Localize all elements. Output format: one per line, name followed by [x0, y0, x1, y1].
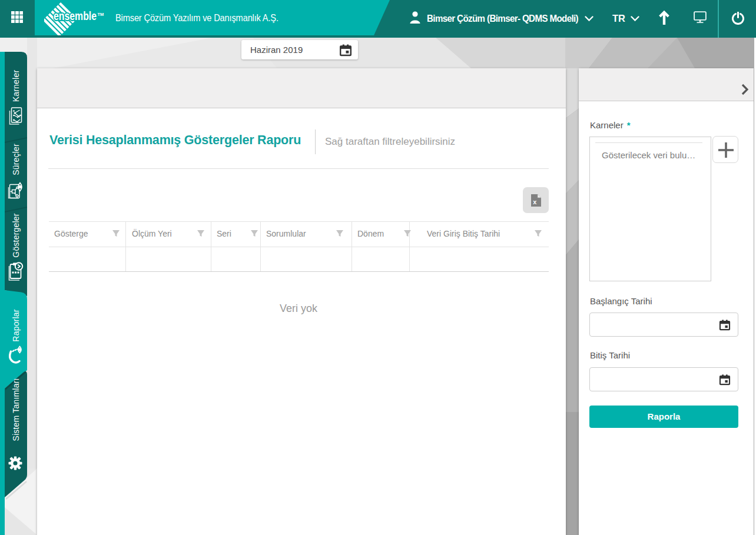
- svg-text:ensemble: ensemble: [54, 9, 97, 22]
- svg-text:TM: TM: [98, 12, 104, 17]
- svg-text:x: x: [533, 198, 537, 205]
